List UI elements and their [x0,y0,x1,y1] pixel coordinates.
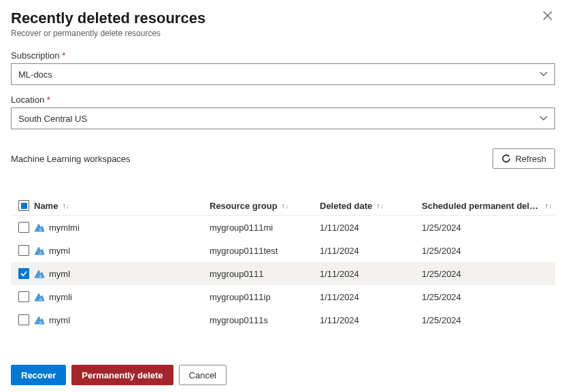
row-resource-group: mygroup0111ip [210,292,271,302]
row-scheduled-deletion: 1/25/2024 [422,246,461,256]
row-checkbox[interactable] [18,291,29,302]
row-scheduled-deletion: 1/25/2024 [422,223,461,233]
chevron-down-icon [539,71,548,77]
location-select[interactable]: South Central US [11,108,555,129]
chevron-down-icon [539,116,548,121]
row-name: myml [49,246,70,256]
table-row[interactable]: mymlmygroup01111/11/20241/25/2024 [11,262,555,285]
row-checkbox[interactable] [18,314,29,325]
row-deleted-date: 1/11/2024 [320,292,359,302]
location-value: South Central US [18,114,87,124]
workspace-icon [34,223,45,232]
table-row[interactable]: mymlmygroup0111test1/11/20241/25/2024 [11,239,555,262]
select-all-checkbox[interactable] [18,200,29,211]
permanently-delete-button[interactable]: Permanently delete [71,365,173,385]
row-deleted-date: 1/11/2024 [320,269,359,279]
page-subtitle: Recover or permanently delete resources [11,29,205,38]
refresh-button[interactable]: Refresh [493,148,555,169]
workspace-icon [34,315,45,325]
row-scheduled-deletion: 1/25/2024 [422,269,461,279]
row-resource-group: mygroup0111test [210,246,278,256]
column-header-scheduled-deletion[interactable]: Scheduled permanent deleti… ↑↓ [422,201,552,211]
table-row[interactable]: mymlmimygroup0111mi1/11/20241/25/2024 [11,216,555,239]
subscription-value: ML-docs [18,69,52,80]
cancel-button[interactable]: Cancel [179,365,227,385]
row-name: mymlmi [49,223,80,233]
section-label: Machine Learning workspaces [11,154,131,164]
row-checkbox[interactable] [18,245,29,256]
location-label: Location * [11,95,555,105]
page-title: Recently deleted resources [11,10,205,27]
row-scheduled-deletion: 1/25/2024 [422,292,461,302]
table-row[interactable]: mymlmygroup0111s1/11/20241/25/2024 [11,308,555,331]
workspace-icon [34,246,45,255]
workspace-icon [34,269,45,278]
sort-icon: ↑↓ [376,201,384,210]
column-header-name[interactable]: Name ↑↓ [34,201,210,211]
subscription-select[interactable]: ML-docs [11,63,555,85]
row-name: myml [49,269,70,279]
column-header-deleted-date[interactable]: Deleted date ↑↓ [320,201,422,211]
row-resource-group: mygroup0111mi [210,223,273,233]
column-header-resource-group[interactable]: Resource group ↑↓ [210,201,320,211]
workspaces-table: Name ↑↓ Resource group ↑↓ Deleted date ↑… [11,196,555,331]
table-row[interactable]: mymlimygroup0111ip1/11/20241/25/2024 [11,285,555,308]
row-deleted-date: 1/11/2024 [320,223,359,233]
sort-icon: ↑↓ [282,201,289,210]
row-resource-group: mygroup0111 [210,269,264,279]
recover-button[interactable]: Recover [11,365,66,385]
close-icon[interactable] [540,10,555,24]
row-deleted-date: 1/11/2024 [320,246,359,256]
row-resource-group: mygroup0111s [210,315,268,325]
sort-icon: ↑↓ [545,201,552,210]
row-name: mymli [49,292,72,302]
row-name: myml [49,315,70,325]
row-deleted-date: 1/11/2024 [320,315,359,325]
row-checkbox[interactable] [18,268,29,279]
refresh-label: Refresh [515,154,546,164]
workspace-icon [34,292,45,301]
table-header: Name ↑↓ Resource group ↑↓ Deleted date ↑… [11,196,555,216]
sort-icon: ↑↓ [62,201,69,210]
refresh-icon [501,154,511,163]
row-checkbox[interactable] [18,222,29,233]
subscription-label: Subscription * [11,50,555,61]
row-scheduled-deletion: 1/25/2024 [422,315,461,325]
